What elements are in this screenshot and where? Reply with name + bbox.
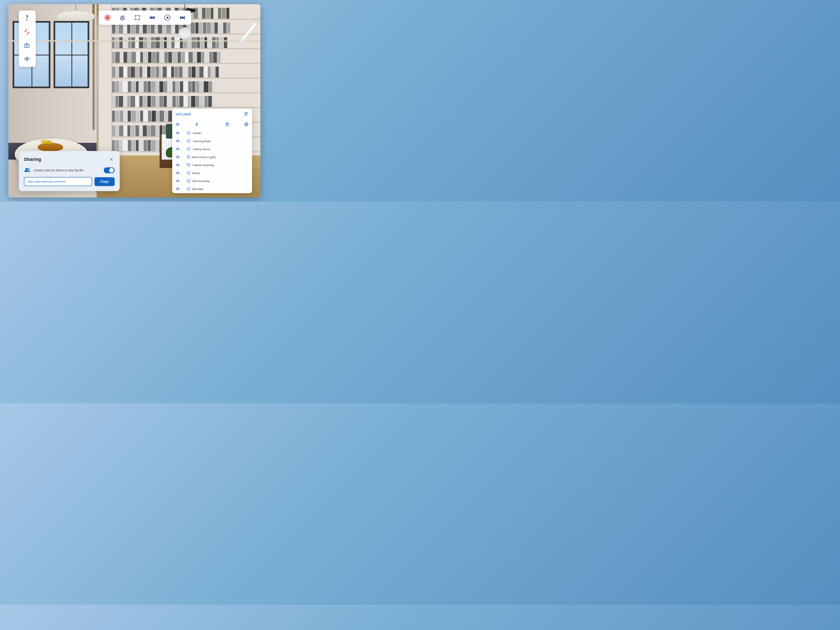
component-icon-back-picture-lights — [186, 155, 191, 159]
chevron-bed-assembly: › — [182, 180, 185, 183]
bed-assembly-more[interactable]: ⋮ — [245, 179, 249, 183]
play-button[interactable] — [162, 12, 173, 23]
svg-point-34 — [177, 132, 178, 133]
outliner-item-back-picture-lights[interactable]: › Back Picture Lights ⋮ — [172, 153, 252, 161]
outliner-item-viking-stove[interactable]: › <Viking Stove> ⋮ — [172, 145, 252, 153]
bed-wall-more[interactable]: ⋮ — [245, 187, 249, 191]
viewport: OUTLINER — [8, 4, 261, 197]
svg-rect-41 — [187, 147, 190, 150]
shelf-row-5 — [111, 65, 261, 79]
viking-stove-name: <Viking Stove> — [193, 148, 243, 151]
svg-rect-58 — [187, 187, 190, 190]
eye-icon-shelf — [175, 131, 180, 136]
eye-icon-bed-wall — [175, 187, 180, 191]
outliner-item-serving-bowl[interactable]: › <Serving Bowl> ⋮ — [172, 137, 252, 145]
serving-bowl-name: <Serving Bowl> — [193, 140, 243, 143]
url-input[interactable] — [24, 177, 92, 186]
outliner-collapse-icon[interactable] — [183, 122, 210, 127]
svg-point-43 — [177, 156, 178, 157]
svg-rect-42 — [188, 148, 189, 150]
outliner-item-bed-assembly[interactable]: › Bed Assembly ⋮ — [172, 177, 252, 185]
outliner-eye-icon[interactable] — [175, 122, 180, 127]
record-button[interactable] — [102, 12, 113, 23]
component-icon-books — [186, 171, 191, 175]
svg-rect-48 — [187, 163, 190, 166]
pen-tool-button[interactable] — [21, 12, 33, 25]
books-more[interactable]: ⋮ — [245, 171, 249, 175]
svg-rect-17 — [150, 16, 151, 19]
outliner-item-books[interactable]: › Books ⋮ — [172, 169, 252, 177]
outliner-header: OUTLINER — [172, 109, 252, 120]
copy-button[interactable]: Copy — [95, 177, 115, 186]
chevron-viking-stove: › — [182, 148, 185, 151]
svg-point-33 — [245, 123, 247, 125]
component-icon-shelf — [186, 131, 191, 136]
svg-rect-55 — [187, 179, 190, 182]
books-name: Books — [193, 172, 243, 175]
back-picture-lights-name: Back Picture Lights — [193, 156, 243, 159]
camera-button[interactable] — [21, 39, 33, 52]
outliner-items-list: <Shelf> ⋮ › <Serving Bo — [172, 129, 252, 193]
svg-rect-25 — [245, 115, 247, 115]
orbit-button[interactable] — [21, 25, 33, 38]
toggle-knob — [109, 168, 114, 173]
outliner-settings-icon[interactable] — [244, 122, 249, 128]
fullscreen-button[interactable] — [132, 12, 143, 23]
svg-rect-26 — [247, 112, 248, 113]
rewind-button[interactable] — [147, 12, 158, 23]
svg-rect-4 — [24, 44, 29, 47]
svg-rect-22 — [184, 16, 185, 19]
bed-assembly-name: Bed Assembly — [193, 180, 243, 183]
svg-rect-49 — [188, 164, 189, 166]
svg-rect-24 — [245, 114, 248, 114]
component-icon-bed-assembly — [186, 179, 191, 183]
eye-icon-viking-stove — [175, 147, 180, 152]
outliner-item-cabinet-assembly[interactable]: › Cabinet Assembly ⋮ — [172, 161, 252, 169]
users-icon — [24, 167, 32, 174]
svg-rect-56 — [188, 180, 189, 182]
serving-bowl-more[interactable]: ⋮ — [245, 139, 249, 143]
viking-stove-more[interactable]: ⋮ — [245, 147, 249, 151]
outliner-menu-button[interactable] — [244, 112, 249, 117]
svg-rect-52 — [187, 171, 190, 174]
shelf-divider-left — [111, 4, 112, 155]
outliner-panel: OUTLINER — [172, 109, 252, 193]
chevron-serving-bowl: › — [182, 140, 185, 143]
svg-rect-0 — [27, 17, 27, 21]
svg-point-10 — [27, 58, 27, 59]
svg-marker-20 — [180, 16, 182, 19]
back-picture-lights-more[interactable]: ⋮ — [245, 155, 249, 159]
outliner-item-bed-wall[interactable]: › Bed Wall ⋮ — [172, 185, 252, 193]
outliner-toolbar — [172, 120, 252, 129]
chevron-books: › — [182, 172, 185, 175]
shelf-more[interactable]: ⋮ — [245, 131, 249, 135]
dialog-link-label: Create a link for others to view the fil… — [34, 169, 101, 172]
fast-forward-button[interactable] — [177, 12, 188, 23]
svg-point-61 — [27, 168, 30, 170]
svg-point-1 — [26, 15, 27, 16]
component-icon-bed-wall — [186, 187, 191, 191]
outliner-delete-icon[interactable] — [213, 122, 241, 127]
svg-rect-38 — [187, 139, 190, 142]
cabinet-assembly-more[interactable]: ⋮ — [245, 163, 249, 167]
svg-point-40 — [177, 148, 178, 149]
svg-point-27 — [177, 124, 178, 125]
eye-icon-back-picture-lights — [175, 155, 180, 159]
svg-marker-21 — [182, 16, 185, 19]
svg-rect-29 — [226, 123, 229, 126]
svg-rect-45 — [188, 156, 189, 158]
lock-button[interactable] — [117, 12, 128, 23]
sharing-toggle[interactable] — [104, 167, 115, 173]
svg-point-47 — [177, 164, 178, 165]
eye-icon-bed-assembly — [175, 179, 180, 183]
svg-point-12 — [106, 16, 109, 19]
dialog-close-button[interactable]: ✕ — [108, 156, 115, 163]
sharing-dialog: Sharing ✕ Create a link for others to vi… — [19, 151, 120, 191]
shelf-row-4 — [111, 51, 261, 64]
eye-icon-books — [175, 171, 180, 175]
component-icon-serving-bowl — [186, 139, 191, 144]
svg-rect-36 — [188, 132, 189, 134]
outliner-item-shelf[interactable]: <Shelf> ⋮ — [172, 129, 252, 137]
view-button[interactable] — [21, 52, 33, 65]
left-toolbar — [19, 11, 36, 67]
